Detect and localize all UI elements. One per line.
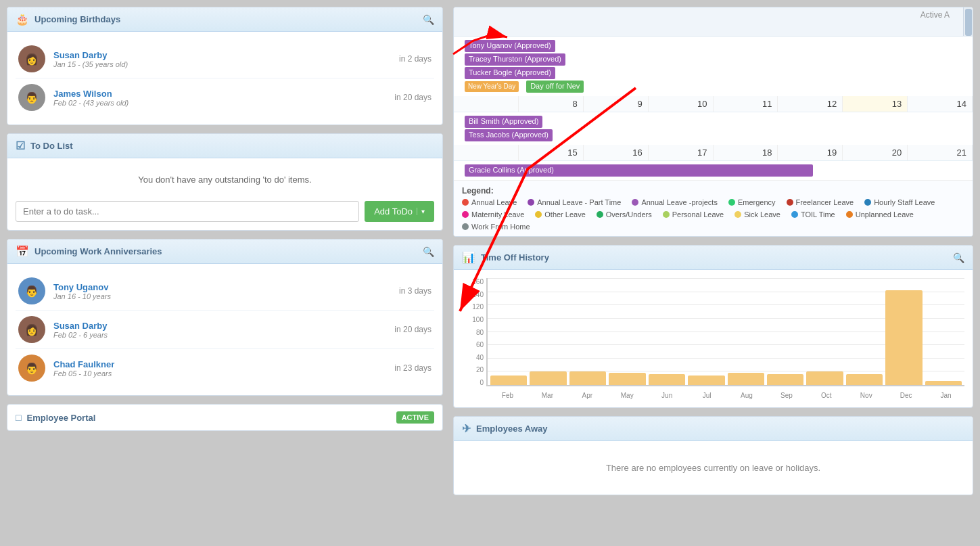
- person-days-tony: in 3 days: [399, 286, 431, 296]
- label-feb: Feb: [502, 392, 513, 399]
- employees-away-title-row: ✈ Employees Away: [462, 422, 548, 435]
- bar-oct-rect: [806, 371, 843, 385]
- bar-jun-rect: [649, 374, 685, 385]
- birthdays-body: 👩 Susan Darby Jan 15 - (35 years old) in…: [7, 32, 442, 124]
- todo-input-row: Add ToDo ▾: [16, 201, 434, 222]
- add-todo-button[interactable]: Add ToDo ▾: [365, 201, 434, 222]
- legend-hourly: Hourly Staff Leave: [864, 198, 935, 206]
- legend-toil: TOIL Time: [791, 210, 835, 219]
- chart-icon: 📊: [462, 251, 475, 264]
- cal-bar-tess-label: Tess Jacobs (Approved): [465, 129, 553, 141]
- cal-bar-gracie-label: Gracie Collins (Approved): [465, 164, 813, 177]
- person-name-susan-ann[interactable]: Susan Darby: [53, 321, 394, 331]
- scroll-thumb[interactable]: [965, 9, 972, 36]
- bar-sep-rect: [767, 374, 803, 385]
- bar-dec: [885, 290, 922, 385]
- legend-items: Annual Leave Annual Leave - Part Time An…: [462, 198, 964, 231]
- avatar-tony: 👨: [18, 277, 45, 304]
- legend-label-emergency: Emergency: [738, 198, 776, 206]
- birthdays-search-icon[interactable]: 🔍: [423, 14, 434, 25]
- legend-annual-projects: Annual Leave -projects: [632, 198, 718, 206]
- bar-jun: [649, 374, 685, 385]
- date-13: 13: [843, 96, 908, 112]
- legend-label-annual: Annual Leave: [471, 198, 517, 206]
- bar-may-rect: [609, 373, 645, 385]
- cal-chips-row: New Year's Day Day off for Nev: [459, 80, 967, 93]
- legend-dot-personal: [663, 211, 670, 218]
- person-name-tony[interactable]: Tony Uganov: [53, 282, 399, 292]
- todo-header: ☑ To Do List: [7, 134, 442, 158]
- anniversary-icon: 📅: [16, 245, 29, 258]
- date-8: 8: [519, 96, 584, 112]
- date-cell-empty2: [454, 145, 519, 160]
- legend-label-personal: Personal Leave: [672, 210, 724, 219]
- plane-icon: ✈: [462, 422, 471, 435]
- birthday-item-1: 👨 James Wilson Feb 02 - (43 years old) i…: [16, 78, 434, 116]
- legend-dot-hourly: [864, 199, 871, 206]
- anniversary-item-0: 👨 Tony Uganov Jan 16 - 10 years in 3 day…: [16, 272, 434, 311]
- anniversary-item-1: 👩 Susan Darby Feb 02 - 6 years in 20 day…: [16, 311, 434, 349]
- person-days-susan: in 2 days: [399, 54, 431, 64]
- legend-dot-projects: [632, 199, 638, 206]
- label-sep: Sep: [780, 392, 793, 399]
- cal-bar-tucker-label: Tucker Bogle (Approved): [465, 67, 555, 79]
- bar-feb: [490, 376, 527, 385]
- legend-dot-parttime: [528, 199, 534, 206]
- y-label-100: 100: [462, 316, 484, 323]
- month-jul: Jul: [689, 389, 726, 399]
- legend-overs: Overs/Unders: [597, 210, 652, 219]
- anniversaries-search-icon[interactable]: 🔍: [423, 246, 434, 257]
- month-sep: Sep: [768, 389, 805, 399]
- chip-newyears: New Year's Day: [465, 81, 519, 92]
- employees-away-title: Employees Away: [476, 424, 548, 434]
- legend-personal: Personal Leave: [663, 210, 724, 219]
- todo-title-row: ☑ To Do List: [16, 139, 73, 152]
- legend-other: Other Leave: [535, 210, 586, 219]
- month-nov: Nov: [847, 389, 885, 399]
- bar-aug: [728, 373, 764, 385]
- y-label-80: 80: [462, 329, 484, 336]
- calendar-week2-section: Bill Smith (Approved) Tess Jacobs (Appro…: [454, 112, 973, 145]
- bar-nov: [846, 374, 883, 385]
- time-off-search-icon[interactable]: 🔍: [953, 252, 964, 263]
- todo-widget: ☑ To Do List You don't have any outstand…: [7, 133, 443, 231]
- legend-dot-maternity: [462, 211, 469, 218]
- calendar-scrollbar[interactable]: [963, 7, 973, 36]
- month-mar: Mar: [529, 389, 566, 399]
- date-14: 14: [908, 96, 973, 112]
- bars-container: [490, 278, 962, 385]
- birthdays-title: Upcoming Birthdays: [34, 14, 120, 24]
- cal-bar-tracey-label: Tracey Thurston (Approved): [465, 53, 565, 66]
- add-todo-label: Add ToDo: [374, 206, 413, 217]
- bar-chart-area: Feb Mar Apr May Jun Jul Aug Sep Oct Nov …: [486, 278, 964, 399]
- date-21: 21: [908, 145, 973, 160]
- legend-label-other: Other Leave: [544, 210, 586, 219]
- legend-emergency: Emergency: [728, 198, 776, 206]
- todo-empty-text: You don't have any outstanding 'to do' i…: [16, 166, 434, 193]
- person-name-james[interactable]: James Wilson: [53, 89, 394, 99]
- person-name-chad[interactable]: Chad Faulkner: [53, 359, 394, 369]
- person-sub-susan: Jan 15 - (35 years old): [53, 60, 399, 68]
- avatar-james-wilson: 👨: [18, 84, 45, 111]
- legend-sick: Sick Leave: [734, 210, 780, 219]
- month-jun: Jun: [649, 389, 686, 399]
- todo-input[interactable]: [16, 201, 359, 222]
- legend-annual-parttime: Annual Leave - Part Time: [528, 198, 621, 206]
- person-sub-james: Feb 02 - (43 years old): [53, 99, 394, 107]
- cal-bar-tucker: Tucker Bogle (Approved): [459, 66, 967, 80]
- employees-away-body: There are no employees currently on leav…: [454, 441, 973, 495]
- dropdown-arrow-icon[interactable]: ▾: [417, 208, 425, 215]
- time-off-history-widget: 📊 Time Off History 🔍 0 20 40 60 80 100 1…: [453, 245, 973, 408]
- cal-bar-tony: Tony Uganov (Approved): [459, 39, 967, 53]
- anniversaries-header: 📅 Upcoming Work Anniversaries 🔍: [7, 240, 442, 264]
- person-name-susan[interactable]: Susan Darby: [53, 50, 399, 60]
- calendar-top-bar: Active A: [454, 7, 973, 37]
- chart-area: 0 20 40 60 80 100 120 140 160: [454, 270, 973, 407]
- legend-title: Legend:: [462, 186, 964, 196]
- legend-dot-wfh: [462, 223, 469, 230]
- person-sub-susan-ann: Feb 02 - 6 years: [53, 331, 394, 339]
- month-oct: Oct: [808, 389, 845, 399]
- person-days-james: in 20 days: [394, 93, 431, 102]
- legend-label-parttime: Annual Leave - Part Time: [537, 198, 621, 206]
- chip-dayoff: Day off for Nev: [526, 81, 584, 93]
